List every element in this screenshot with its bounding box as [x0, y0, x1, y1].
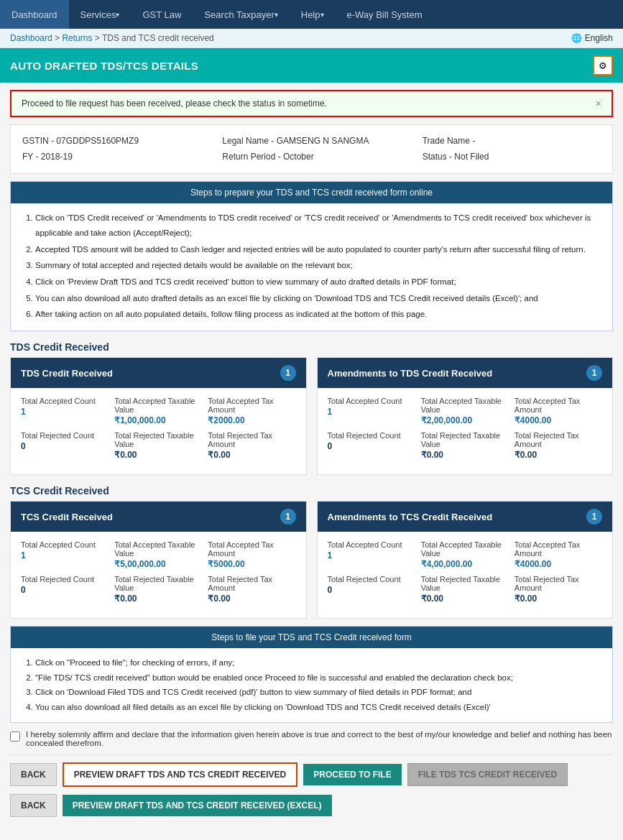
tds-credit-card-header: TDS Credit Received 1	[11, 358, 306, 388]
settings-icon: ⚙	[599, 60, 607, 71]
breadcrumb: Dashboard > Returns > TDS and TCS credit…	[10, 33, 214, 43]
proceed-to-file-button[interactable]: PROCEED TO FILE	[303, 764, 401, 785]
amtds-accepted-count-value: 1	[328, 407, 415, 417]
language-selector[interactable]: English	[571, 33, 613, 43]
file-step-item: Click on "Proceed to file"; for checking…	[35, 655, 601, 670]
prepare-step-item: Click on 'TDS Credit received' or 'Amend…	[35, 211, 601, 240]
tds-credit-count-badge: 1	[280, 365, 296, 381]
breadcrumb-dashboard[interactable]: Dashboard	[10, 33, 52, 43]
amendments-tcs-card[interactable]: Amendments to TCS Credit Received 1 Tota…	[317, 501, 614, 619]
tds-rejected-taxable-value: ₹0.00	[114, 450, 202, 460]
tds-rejected-tax-label: Total Rejected Tax Amount	[208, 431, 295, 448]
tds-rejected-taxable-label: Total Rejected Taxable Value	[114, 431, 202, 448]
tcs-accepted-tax-value: ₹5000.00	[208, 559, 295, 569]
tds-accepted-tax-label: Total Accepted Tax Amount	[208, 397, 295, 414]
breadcrumb-returns[interactable]: Returns	[62, 33, 92, 43]
amendments-tcs-card-title: Amendments to TCS Credit Received	[328, 512, 493, 522]
amtds-rejected-tax-label: Total Rejected Tax Amount	[514, 431, 602, 448]
return-period-label: Return Period - October	[222, 149, 400, 165]
tcs-credit-card[interactable]: TCS Credit Received 1 Total Accepted Cou…	[10, 501, 307, 619]
status-label: Status - Not Filed	[423, 149, 601, 165]
amtds-accepted-taxable-label: Total Accepted Taxable Value	[421, 397, 509, 414]
tcs-rejected-tax-label: Total Rejected Tax Amount	[208, 575, 295, 592]
tcs-section-title: TCS Credit Received	[10, 485, 613, 497]
trade-name-label: Trade Name -	[423, 134, 601, 149]
tds-cards-row: TDS Credit Received 1 Total Accepted Cou…	[10, 357, 613, 475]
secondary-buttons-row: BACK PREVIEW DRAFT TDS AND TCS CREDIT RE…	[10, 794, 613, 817]
gstin-label: GSTIN - 07GDDPS5160PMZ9	[22, 134, 200, 149]
back-button-2[interactable]: BACK	[10, 794, 57, 817]
tcs-accepted-count-value: 1	[21, 550, 109, 560]
nav-dashboard[interactable]: Dashboard	[0, 0, 69, 29]
tds-accepted-taxable-value: ₹1,00,000.00	[114, 415, 202, 425]
nav-search-taxpayer-dropdown[interactable]: Search Taxpayer	[193, 9, 289, 20]
tcs-rejected-count-label: Total Rejected Count	[21, 575, 109, 583]
nav-help[interactable]: Help	[290, 9, 336, 20]
tds-accepted-taxable-label: Total Accepted Taxable Value	[114, 397, 202, 414]
tcs-credit-card-body: Total Accepted Count 1 Total Accepted Ta…	[11, 532, 306, 618]
page-title: AUTO DRAFTED TDS/TCS DETAILS	[10, 60, 198, 72]
file-step-item: You can also download all filed details …	[35, 700, 601, 715]
alert-close[interactable]: ×	[596, 98, 601, 109]
amtds-rejected-taxable-label: Total Rejected Taxable Value	[421, 431, 509, 448]
tds-section-title: TDS Credit Received	[10, 341, 613, 353]
file-step-item: "File TDS/ TCS credit received" button w…	[35, 670, 601, 686]
file-step-item: Click on 'Download Filed TDS and TCS Cre…	[35, 685, 601, 700]
tcs-accepted-taxable-label: Total Accepted Taxable Value	[114, 540, 202, 558]
steps-prepare-box: Steps to prepare your TDS and TCS credit…	[10, 181, 613, 331]
page-header-panel: AUTO DRAFTED TDS/TCS DETAILS ⚙	[0, 48, 623, 83]
nav-services-dropdown[interactable]: Services	[69, 9, 131, 20]
steps-prepare-body: Click on 'TDS Credit received' or 'Amend…	[11, 203, 612, 331]
prepare-step-item: Click on 'Preview Draft TDS and TCS cred…	[35, 274, 601, 290]
amendments-tds-card-header: Amendments to TDS Credit Received 1	[318, 358, 613, 388]
amtcs-accepted-taxable-value: ₹4,00,000.00	[421, 559, 509, 569]
tds-credit-card[interactable]: TDS Credit Received 1 Total Accepted Cou…	[10, 357, 307, 475]
amtds-rejected-count-value: 0	[328, 441, 415, 451]
steps-file-body: Click on "Proceed to file"; for checking…	[11, 648, 612, 722]
amendments-tds-count-badge: 1	[586, 365, 602, 381]
tcs-rejected-tax-value: ₹0.00	[208, 594, 295, 604]
amendments-tds-card-body: Total Accepted Count 1 Total Accepted Ta…	[318, 388, 613, 474]
amendments-tcs-count-badge: 1	[586, 509, 602, 525]
breadcrumb-current: TDS and TCS credit received	[102, 33, 214, 43]
settings-button[interactable]: ⚙	[593, 55, 613, 75]
nav-eway-bill[interactable]: e-Way Bill System	[336, 0, 434, 29]
preview-excel-button[interactable]: PREVIEW DRAFT TDS AND TCS CREDIT RECEIVE…	[63, 795, 332, 816]
steps-file-header: Steps to file your TDS and TCS Credit re…	[11, 627, 612, 648]
amtcs-rejected-tax-label: Total Rejected Tax Amount	[514, 575, 602, 592]
amtds-rejected-taxable-value: ₹0.00	[421, 450, 509, 460]
amtds-rejected-count-label: Total Rejected Count	[328, 431, 415, 440]
nav-search-taxpayer[interactable]: Search Taxpayer	[193, 9, 289, 20]
amendments-tcs-card-header: Amendments to TCS Credit Received 1	[318, 502, 613, 532]
tcs-accepted-count-label: Total Accepted Count	[21, 540, 109, 549]
tds-rejected-count-label: Total Rejected Count	[21, 431, 109, 440]
file-tds-tcs-button[interactable]: FILE TDS TCS CREDIT RECEIVED	[407, 763, 568, 786]
steps-prepare-header: Steps to prepare your TDS and TCS credit…	[11, 182, 612, 203]
preview-draft-button[interactable]: PREVIEW DRAFT TDS AND TCS CREDIT RECEIVE…	[63, 762, 298, 787]
amendments-tds-card[interactable]: Amendments to TDS Credit Received 1 Tota…	[317, 357, 614, 475]
amtds-accepted-taxable-value: ₹2,00,000.00	[421, 415, 509, 425]
amtcs-rejected-count-label: Total Rejected Count	[328, 575, 415, 583]
top-navigation: Dashboard Services GST Law Search Taxpay…	[0, 0, 623, 29]
nav-services[interactable]: Services	[69, 9, 131, 20]
tcs-accepted-taxable-value: ₹5,00,000.00	[114, 559, 202, 569]
amtds-rejected-tax-value: ₹0.00	[514, 450, 602, 460]
tds-accepted-count-label: Total Accepted Count	[21, 397, 109, 405]
nav-gst-law[interactable]: GST Law	[131, 0, 193, 29]
tcs-rejected-count-value: 0	[21, 585, 109, 595]
amtcs-rejected-taxable-label: Total Rejected Taxable Value	[421, 575, 509, 592]
tcs-rejected-taxable-value: ₹0.00	[114, 594, 202, 604]
amtcs-accepted-tax-value: ₹4000.00	[514, 559, 602, 569]
tds-rejected-tax-value: ₹0.00	[208, 450, 295, 460]
steps-file-box: Steps to file your TDS and TCS Credit re…	[10, 626, 613, 723]
nav-help-dropdown[interactable]: Help	[290, 9, 336, 20]
tcs-credit-card-header: TCS Credit Received 1	[11, 502, 306, 532]
prepare-step-item: Accepted TDS amount will be added to Cas…	[35, 242, 601, 257]
taxpayer-info-box: GSTIN - 07GDDPS5160PMZ9 FY - 2018-19 Leg…	[10, 124, 613, 174]
declaration-checkbox[interactable]	[10, 731, 20, 742]
divider-1	[10, 754, 613, 755]
breadcrumb-bar: Dashboard > Returns > TDS and TCS credit…	[0, 29, 623, 48]
amendments-tds-card-title: Amendments to TDS Credit Received	[328, 368, 493, 379]
amtds-accepted-tax-value: ₹4000.00	[514, 415, 602, 425]
back-button[interactable]: BACK	[10, 763, 57, 786]
